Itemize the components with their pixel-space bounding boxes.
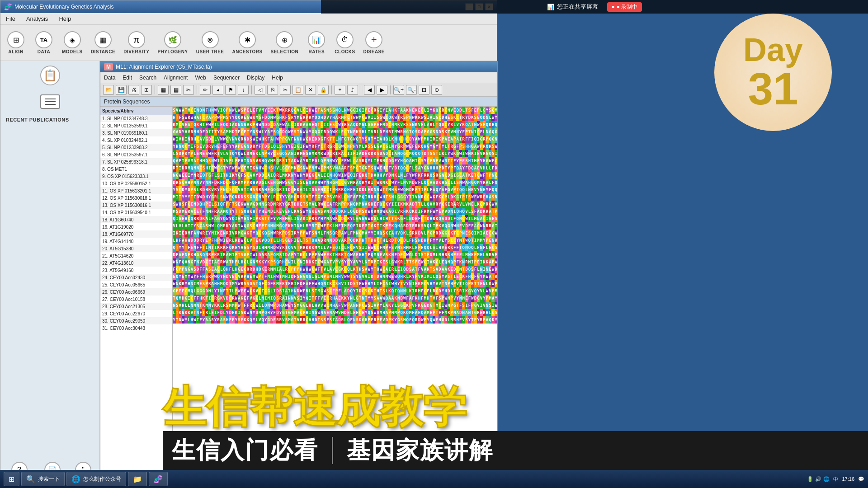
zoom-in-btn[interactable]: 🔍+ xyxy=(393,85,404,95)
search-button[interactable]: 🔍 搜索一下 xyxy=(21,472,65,486)
zoom-out-btn[interactable]: 🔍- xyxy=(406,85,417,95)
sequence-data-row: TQMDGICFFHKTICRGKVDCRWAKEFVKCLNIMIQSRAIN… xyxy=(173,295,497,302)
folder-button[interactable]: 📁 xyxy=(128,472,147,486)
erase-btn[interactable]: ◂ xyxy=(212,85,223,95)
menu-analysis[interactable]: Analysis xyxy=(24,14,50,23)
sequence-label-row: 18. AT1G69770 xyxy=(100,230,172,238)
print-btn[interactable]: 🖨 xyxy=(128,85,139,95)
bar-btn[interactable]: ▤ xyxy=(170,85,181,95)
cut-btn[interactable]: ✂ xyxy=(280,85,291,95)
main-toolbar: ⊞ ALIGN TA DATA ◈ MODELS ▦ DISTANCE π DI… xyxy=(0,25,497,61)
header-label: Protein Sequences xyxy=(104,99,150,105)
toolbar-selection[interactable]: ⊕ SELECTION xyxy=(268,29,302,56)
align-title: M11: Alignment Explorer (C5_MTase.fa) xyxy=(116,64,212,70)
sequence-data-row: WIVDINRHCAVGDCLVWWGVNVQRNDSWIWHKFAHWPPGV… xyxy=(173,136,497,143)
format-btn[interactable]: ▦ xyxy=(158,85,169,95)
cn-divider xyxy=(332,437,333,464)
menu-line-1 xyxy=(45,99,56,99)
lock-btn[interactable]: 🔒 xyxy=(318,85,329,95)
ie-browser-button[interactable]: 🌐 怎么制作公众号 xyxy=(66,472,126,486)
sidebar-main-icon[interactable]: 📋 xyxy=(0,61,99,90)
arrow-down-btn[interactable]: ↓ xyxy=(238,85,249,95)
sequence-label-row: 13. OS XP 015630016.1 xyxy=(100,202,172,209)
align-menu-display[interactable]: Display xyxy=(247,75,264,81)
day-number: 31 xyxy=(748,66,798,111)
mega-taskbar-button[interactable]: 🧬 xyxy=(149,472,168,486)
align-menu-search[interactable]: Search xyxy=(139,75,156,81)
protein-sequences-header: Protein Sequences xyxy=(100,97,497,107)
toolbar-distance[interactable]: ▦ DISTANCE xyxy=(88,29,118,56)
align-menu-data[interactable]: Data xyxy=(104,75,115,81)
save-btn[interactable]: 💾 xyxy=(116,85,127,95)
data-label: DATA xyxy=(38,49,50,54)
sequence-data-row: SVWATMCINQNFHNWVIQPNWLWSPELEFVMYEEKTWKRR… xyxy=(173,107,497,114)
menu-help[interactable]: Help xyxy=(57,14,73,23)
selection-icon: ⊕ xyxy=(276,31,293,48)
toolbar-rates[interactable]: 📊 RATES xyxy=(304,29,329,56)
start-button[interactable]: ⊞ xyxy=(4,472,19,486)
sequence-data-row: WNFQVNGFNVDCEIAERWATHPLHCLGNMKKYKPSQRHCN… xyxy=(173,258,497,266)
recording-button[interactable]: ● ● 录制中 xyxy=(607,2,642,12)
toolbar-disease[interactable]: + DISEASE xyxy=(361,29,387,56)
open-file-btn[interactable]: 📂 xyxy=(103,85,114,95)
sep1 xyxy=(155,85,155,94)
next-btn[interactable]: ▶ xyxy=(377,85,387,95)
toolbar-ancestors[interactable]: ✱ ANCESTORS xyxy=(229,29,265,56)
pen-btn[interactable]: ✏ xyxy=(200,85,211,95)
sequence-label-row: 23. AT5G49160 xyxy=(100,267,172,274)
toolbar-user-tree[interactable]: ⊗ USER TREE xyxy=(193,29,227,56)
flag-btn[interactable]: ⚑ xyxy=(225,85,236,95)
align-icon: ⊞ xyxy=(7,31,24,48)
export-btn[interactable]: ⤴ xyxy=(347,85,358,95)
prev-btn[interactable]: ◀ xyxy=(364,85,375,95)
sequence-label-row: 29. CEY00 Acc22670 xyxy=(100,310,172,317)
toolbar-data[interactable]: TA DATA xyxy=(31,29,57,56)
distance-label: DISTANCE xyxy=(91,49,115,54)
models-label: MODELS xyxy=(62,49,83,54)
notification-icon[interactable]: 💬 xyxy=(858,476,864,482)
align-menu-web[interactable]: Web xyxy=(195,75,206,81)
search-text: 搜索一下 xyxy=(38,475,60,483)
col-header: Species/Abbrv xyxy=(100,107,172,115)
sequence-data-row: HTFSWRWHATCPAPPWPMSYYQQREGWKMGFDQMWGHKFS… xyxy=(173,114,497,121)
lang-indicator[interactable]: 中 xyxy=(833,476,838,483)
copy-btn[interactable]: ⎘ xyxy=(267,85,278,95)
sequence-data-row: YTDWYLHWIFYAARYRASHEEYSEKKQYLVQYGDERRVSM… xyxy=(173,316,497,324)
align-title-bar: M M11: Alignment Explorer (C5_MTase.fa) xyxy=(100,61,497,72)
sequence-data-row: FCPPNGASDFFASEACLQHFLHGECRRDHQKERMMIALRC… xyxy=(173,266,497,273)
align-icon: M xyxy=(104,63,113,70)
zoom-reset-btn[interactable]: ⊙ xyxy=(431,85,442,95)
sequence-label-row: 8. OS MET1 xyxy=(100,165,172,173)
paste-btn[interactable]: 📋 xyxy=(292,85,303,95)
menu-file[interactable]: File xyxy=(4,14,17,23)
cursor-btn[interactable]: ✂ xyxy=(183,85,194,95)
zoom-fit-btn[interactable]: ⊡ xyxy=(419,85,429,95)
sequence-data-row: EQYEMYWYFFHSRPWQYNDVECVRPHEMWPTFMIHWTMHI… xyxy=(173,273,497,280)
sequence-data-row: QIGEHCQRRDKALFAGYQWYQIGYGNFIPKSTTFYVHEMG… xyxy=(173,215,497,222)
align-menu-edit[interactable]: Edit xyxy=(123,75,132,81)
menu-button[interactable] xyxy=(40,94,60,109)
share-status: 📊 您正在共享屏幕 xyxy=(547,3,598,11)
recent-publications-label: RECENT PUBLICATIONS xyxy=(0,113,99,126)
sequence-data-row: LSDPKYPLEMESWFRTVLVTQYQWLDMEKLNPHYCSGQSA… xyxy=(173,150,497,157)
toolbar-clocks[interactable]: ⏱ CLOCKS xyxy=(332,29,358,56)
toolbar-phylogeny[interactable]: 🌿 PHYLOGENY xyxy=(155,29,190,56)
toolbar-models[interactable]: ◈ MODELS xyxy=(59,29,85,56)
align-menu-alignment[interactable]: Alignment xyxy=(164,75,188,81)
toolbar-diversity[interactable]: π DIVERSITY xyxy=(121,29,152,56)
grid-btn[interactable]: ⊞ xyxy=(141,85,152,95)
align-menu-help[interactable]: Help xyxy=(272,75,283,81)
cn-sub2: 基因家族讲解 xyxy=(347,437,493,463)
align-menu-sequencer[interactable]: Sequencer xyxy=(213,75,240,81)
screen-share-bar: 📊 您正在共享屏幕 ● ● 录制中 xyxy=(321,0,868,14)
distance-icon: ▦ xyxy=(94,31,112,48)
cn-overlay: 生信帮速成教学 生信入门必看 基因家族讲解 xyxy=(163,383,868,470)
sequence-label-row: 20. AT5G15380 xyxy=(100,245,172,252)
back-btn[interactable]: ◁ xyxy=(255,85,265,95)
menu-line-2 xyxy=(45,101,56,102)
delete-btn[interactable]: ✕ xyxy=(305,85,316,95)
toolbar-align[interactable]: ⊞ ALIGN xyxy=(3,29,28,56)
main-icon: 📋 xyxy=(40,66,60,85)
sequence-data-row: WNKRYHNIMESPRAHHMQDTMYWRSSDSTQFCDFKMEKTF… xyxy=(173,280,497,287)
add-btn[interactable]: + xyxy=(335,85,345,95)
